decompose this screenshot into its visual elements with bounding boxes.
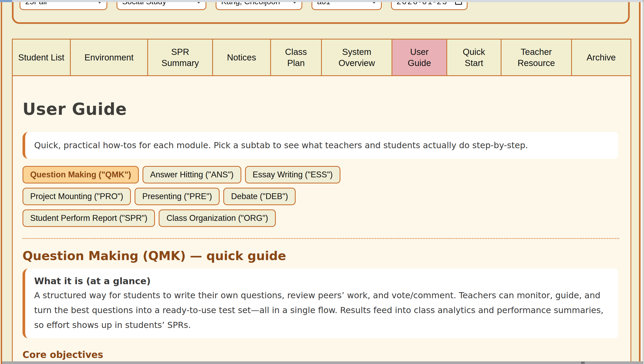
- scrollbar-thumb[interactable]: [581, 362, 585, 364]
- intro-text: Quick, practical how-tos for each module…: [34, 139, 609, 152]
- tab-archive[interactable]: Archive: [571, 40, 630, 75]
- tab-label: Class Plan: [276, 46, 316, 68]
- subtab-essay-writing[interactable]: Essay Writing ("ESS"): [245, 166, 340, 183]
- window-right-border: [643, 0, 643, 364]
- tab-label: Notices: [227, 52, 256, 63]
- section-heading: Question Making (QMK) — quick guide: [23, 249, 618, 263]
- tab-system-overview[interactable]: System Overview: [321, 40, 392, 75]
- horizontal-scrollbar[interactable]: [2, 361, 643, 364]
- tab-spr-summary[interactable]: SPR Summary: [147, 40, 212, 75]
- window-top-blue-segment: [0, 0, 12, 2]
- objectives-heading: Core objectives: [23, 349, 618, 360]
- subtab-project-mounting[interactable]: Project Mounting ("PRO"): [23, 188, 131, 205]
- tab-class-plan[interactable]: Class Plan: [270, 40, 321, 75]
- tab-label: Quick Start: [452, 46, 495, 68]
- tab-notices[interactable]: Notices: [212, 40, 270, 75]
- tab-quick-start[interactable]: Quick Start: [446, 40, 501, 75]
- subtab-debate[interactable]: Debate ("DEB"): [223, 188, 296, 205]
- window-top-strip: [0, 0, 644, 2]
- tab-label: SPR Summary: [153, 46, 207, 68]
- tab-label: Student List: [18, 52, 64, 63]
- glance-title: What it is (at a glance): [34, 274, 609, 288]
- tab-label: Teacher Resource: [507, 46, 566, 68]
- tab-label: User Guide: [398, 46, 441, 68]
- window-right-strip: [641, 2, 643, 364]
- tab-environment[interactable]: Environment: [70, 40, 148, 75]
- intro-callout: Quick, practical how-tos for each module…: [23, 132, 618, 159]
- main-tab-bar: Student List Environment SPR Summary Not…: [12, 39, 631, 76]
- outer-frame-left-border: [1, 2, 2, 364]
- user-guide-panel: User Guide Quick, practical how-tos for …: [12, 76, 631, 364]
- tab-label: Environment: [85, 52, 134, 63]
- tab-label: System Overview: [327, 46, 386, 68]
- page-title: User Guide: [23, 99, 618, 119]
- subtab-presenting[interactable]: Presenting ("PRE"): [135, 188, 220, 205]
- dotted-divider: [23, 238, 619, 239]
- outer-frame-right-border: [639, 2, 641, 364]
- module-subtabs: Question Making ("QMK") Answer Hitting (…: [23, 166, 420, 227]
- tab-teacher-resource[interactable]: Teacher Resource: [501, 40, 571, 75]
- glance-callout: What it is (at a glance) A structured wa…: [23, 269, 618, 338]
- subtab-answer-hitting[interactable]: Answer Hitting ("ANS"): [143, 166, 241, 183]
- subtab-class-organization[interactable]: Class Organization ("ORG"): [159, 209, 276, 227]
- tab-user-guide[interactable]: User Guide: [392, 40, 446, 75]
- tab-student-list[interactable]: Student List: [13, 40, 70, 75]
- tab-label: Archive: [587, 52, 616, 63]
- glance-body: A structured way for students to write t…: [34, 288, 609, 332]
- subtab-student-perform-report[interactable]: Student Perform Report ("SPR"): [23, 209, 155, 227]
- subtab-question-making[interactable]: Question Making ("QMK"): [23, 166, 139, 183]
